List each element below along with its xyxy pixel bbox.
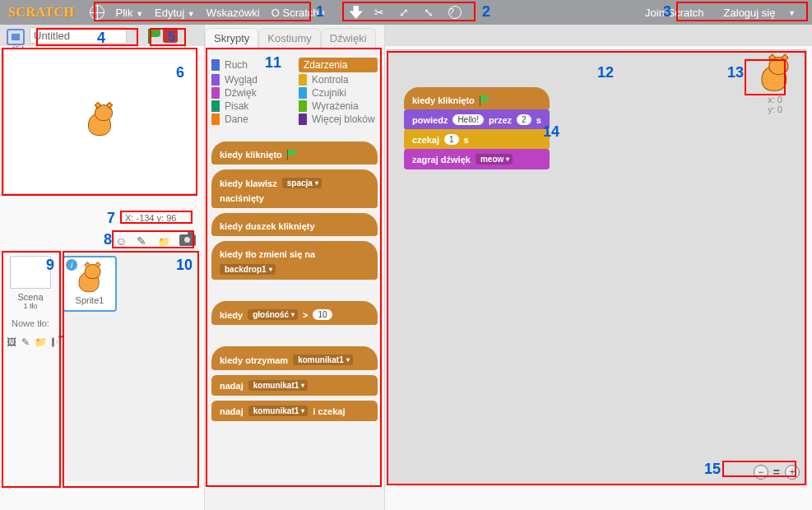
join-link[interactable]: Join Scratch: [640, 7, 709, 19]
backdrop-library-icon[interactable]: 🖼: [7, 336, 16, 348]
stage-selector[interactable]: Scena 1 tło Nowe tło: 🖼 ✎ 📁: [3, 251, 58, 481]
num-5: 5: [168, 30, 175, 44]
cat-looks[interactable]: Wygląd: [211, 74, 290, 86]
flag-icon: [480, 95, 491, 105]
palette-column: Skrypty Kostiumy Dźwięki Ruch Zdarzenia …: [204, 25, 385, 510]
sprite-info-panel: x: 0 y: 0: [752, 58, 798, 114]
zoom-reset-icon[interactable]: =: [773, 466, 780, 479]
sprite-upload-icon[interactable]: [158, 234, 173, 247]
mouse-coords: X: -134 y: 96: [123, 211, 178, 224]
num-2: 2: [482, 3, 490, 21]
block-when-key[interactable]: kiedy klawisz spacja naciśnięty: [211, 169, 378, 208]
stage[interactable]: [3, 48, 197, 194]
backdrop-paint-icon[interactable]: ✎: [21, 336, 30, 348]
num-14: 14: [543, 123, 559, 141]
cat-operators[interactable]: Wyrażenia: [299, 100, 378, 112]
num-3: 3: [663, 3, 671, 21]
cat-more[interactable]: Więcej bloków: [299, 114, 378, 125]
globe-icon[interactable]: [90, 5, 104, 20]
backdrop-upload-icon[interactable]: 📁: [35, 336, 47, 348]
zoom-in-icon[interactable]: +: [785, 465, 800, 480]
stage-area: [3, 48, 197, 194]
scripts-area[interactable]: x: 0 y: 0 kiedy kliknięto powiedz Hello!…: [387, 49, 807, 485]
cat-sound[interactable]: Dźwięk: [211, 87, 290, 99]
script-stack[interactable]: kiedy kliknięto powiedz Hello! przez 2 s…: [404, 87, 550, 169]
scratch-logo[interactable]: SCRATCH: [0, 5, 83, 20]
block-when-loudness[interactable]: kiedy głośność > 10: [211, 301, 378, 325]
menu-file[interactable]: Plik ▼: [116, 7, 144, 19]
block-broadcast-wait[interactable]: nadaj komunikat1 i czekaj: [211, 401, 378, 421]
scissors-icon[interactable]: [374, 6, 387, 19]
project-title-input[interactable]: Untitled: [30, 27, 127, 44]
bottom-left-panel: Scena 1 tło Nowe tło: 🖼 ✎ 📁 i Sprite1: [3, 251, 197, 481]
backdrop-camera-icon[interactable]: [52, 337, 53, 346]
block-broadcast[interactable]: nadaj komunikat1: [211, 375, 378, 396]
green-flag-icon[interactable]: [146, 27, 163, 44]
sprite-paint-icon[interactable]: [137, 234, 151, 247]
sprite-camera-icon[interactable]: [179, 234, 196, 246]
block-when-backdrop[interactable]: kiedy tło zmieni się na backdrop1: [211, 241, 378, 280]
stack-when-flag[interactable]: kiedy kliknięto: [404, 87, 550, 110]
menu-tips[interactable]: Wskazówki: [206, 7, 260, 19]
zoom-out-icon[interactable]: −: [754, 465, 768, 480]
stage-label: Scena: [3, 292, 58, 302]
top-bar: SCRATCH Plik ▼ Edytuj ▼ Wskazówki O Scra…: [0, 0, 812, 25]
cat-pen[interactable]: Pisak: [211, 100, 290, 112]
cat-events[interactable]: Zdarzenia: [299, 58, 378, 72]
stack-play-sound[interactable]: zagraj dźwięk meow: [404, 149, 550, 169]
stage-thumb[interactable]: [10, 256, 51, 289]
tab-sounds[interactable]: Dźwięki: [321, 28, 376, 49]
block-when-sprite-clicked[interactable]: kiedy duszek kliknięty: [211, 213, 378, 236]
num-6: 6: [176, 64, 184, 81]
cat-sensing[interactable]: Czujniki: [299, 87, 378, 99]
menu-edit[interactable]: Edytuj ▼: [155, 7, 195, 19]
shrink-icon[interactable]: [424, 6, 437, 19]
num-10: 10: [176, 257, 193, 274]
zoom-controls: − = +: [754, 465, 800, 480]
sprite-thumb[interactable]: i Sprite1: [63, 256, 117, 312]
tab-scripts[interactable]: Skrypty: [205, 28, 258, 49]
num-12: 12: [597, 64, 614, 81]
cat-control[interactable]: Kontrola: [299, 74, 378, 86]
new-backdrop-label: Nowe tło:: [3, 310, 58, 332]
num-13: 13: [727, 64, 744, 81]
toolbar-tools: ?: [350, 6, 462, 19]
grow-icon[interactable]: [399, 6, 412, 19]
stamp-icon[interactable]: [350, 6, 363, 19]
sprite-name: Sprite1: [64, 295, 115, 305]
num-4: 4: [97, 30, 105, 47]
sprite-library-icon[interactable]: [115, 234, 130, 247]
num-1: 1: [316, 3, 324, 21]
block-when-flag[interactable]: kiedy kliknięto: [211, 141, 378, 165]
flag-icon: [287, 150, 299, 160]
login-link[interactable]: Zaloguj się ▼: [714, 7, 805, 19]
num-9: 9: [46, 257, 54, 274]
sprite-on-stage[interactable]: [85, 104, 116, 137]
backdrop-count: 1 tło: [3, 302, 58, 310]
fullscreen-icon[interactable]: [7, 29, 25, 45]
new-sprite-tools: [115, 234, 196, 247]
project-header: v454 Untitled: [0, 25, 812, 46]
num-7: 7: [107, 210, 115, 227]
stack-wait[interactable]: czekaj 1 s: [404, 129, 550, 150]
tab-costumes[interactable]: Kostiumy: [258, 28, 320, 49]
num-11: 11: [265, 54, 281, 72]
num-15: 15: [704, 461, 721, 478]
stack-say[interactable]: powiedz Hello! przez 2 s: [404, 109, 550, 130]
category-grid: Ruch Zdarzenia Wygląd Kontrola Dźwięk Cz…: [205, 49, 384, 137]
editor-tabs: Skrypty Kostiumy Dźwięki: [205, 28, 384, 49]
cat-data[interactable]: Dane: [211, 114, 290, 125]
help-icon[interactable]: ?: [448, 6, 462, 19]
main-menu: Plik ▼ Edytuj ▼ Wskazówki O Scratchu: [111, 7, 325, 19]
backdrop-tools: 🖼 ✎ 📁: [7, 336, 54, 348]
num-8: 8: [104, 231, 112, 248]
block-when-receive[interactable]: kiedy otrzymam komunikat1: [211, 346, 378, 370]
sprites-pane: i Sprite1: [58, 251, 197, 481]
